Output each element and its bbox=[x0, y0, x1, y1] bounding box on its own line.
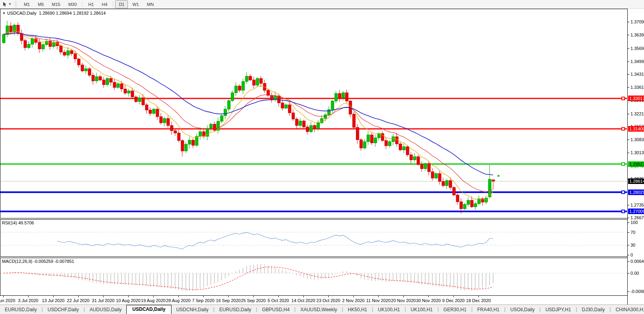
date-tick bbox=[178, 296, 179, 297]
macd-pane[interactable]: MACD(12,26,9) -0.005259 -0.007851 bbox=[0, 258, 627, 296]
date-tick bbox=[78, 296, 79, 297]
date-tick bbox=[353, 296, 354, 297]
price-tick-label: 1.32210 bbox=[631, 111, 644, 116]
tab-usdcnh-daily[interactable]: USDCNH,Daily bbox=[172, 306, 213, 314]
candlestick-canvas bbox=[0, 9, 627, 218]
price-tick-label: 1.30130 bbox=[631, 150, 644, 155]
tab-xauusd-weekly[interactable]: XAUUSD,Weekly bbox=[295, 306, 341, 314]
date-label: 18 Dec 2020 bbox=[466, 298, 491, 303]
date-tick bbox=[203, 296, 204, 297]
macd-canvas bbox=[0, 258, 627, 295]
date-tick bbox=[453, 296, 454, 297]
axis-tick bbox=[628, 245, 629, 245]
price-tick-label: 1.35690 bbox=[631, 46, 644, 51]
tab-eurusd-daily[interactable]: EURUSD,Daily bbox=[0, 306, 42, 314]
tab-usoil-daily[interactable]: USOil,Daily bbox=[505, 306, 539, 314]
axis-tick bbox=[628, 222, 629, 223]
tab-usdchf-daily[interactable]: USDCHF,Daily bbox=[43, 306, 84, 314]
date-tick bbox=[428, 296, 429, 297]
tab-fra40-h1[interactable]: FRA40,H1 bbox=[472, 306, 504, 314]
axis-tick bbox=[628, 273, 629, 274]
rsi-pane[interactable]: RSI(14) 49.5706 bbox=[0, 219, 627, 257]
tab-gbpusd-h4[interactable]: GBPUSD,H4 bbox=[257, 306, 294, 314]
price-tick-label: 1.33610 bbox=[631, 85, 644, 90]
hline-price-label: 1.29527 bbox=[628, 161, 644, 167]
toolbar-separator bbox=[82, 1, 83, 8]
chart-ohlc-values: 1.28690 1.28694 1.28192 1.28614 bbox=[39, 11, 106, 15]
date-tick bbox=[328, 296, 329, 297]
timeframe-button-w1[interactable]: W1 bbox=[129, 0, 143, 8]
rsi-tick-label: 30 bbox=[631, 243, 635, 247]
time-axis[interactable]: 24 Jun 20203 Jul 202013 Jul 202022 Jul 2… bbox=[0, 296, 627, 304]
hline-price-label: 1.27009 bbox=[628, 209, 644, 214]
date-label: 23 Oct 2020 bbox=[316, 298, 340, 303]
current-price-label: 1.28614 bbox=[628, 178, 644, 184]
axis-tick bbox=[628, 74, 629, 75]
axis-tick bbox=[628, 87, 629, 88]
axis-tick bbox=[628, 61, 629, 62]
date-label: 10 Aug 2020 bbox=[116, 298, 141, 303]
timeframe-button-m30[interactable]: M30 bbox=[65, 0, 80, 8]
date-label: 19 Aug 2020 bbox=[141, 298, 166, 303]
tab-hk50-h1[interactable]: HK50,H1 bbox=[343, 306, 372, 314]
timeframe-button-m5[interactable]: M5 bbox=[34, 0, 47, 8]
axis-tick bbox=[628, 35, 629, 35]
tab-ger30-h1[interactable]: GER30,H1 bbox=[439, 306, 471, 314]
tab-usdjpy-h1[interactable]: USDJPY,H1 bbox=[541, 306, 576, 314]
mid-ema-line bbox=[4, 33, 493, 192]
timeframe-button-h4[interactable]: H4 bbox=[98, 0, 111, 8]
price-axis[interactable]: 1.370901.363901.356901.349901.343101.336… bbox=[627, 9, 644, 304]
cursor-tool-icon[interactable] bbox=[2, 1, 8, 8]
tab-audusd-daily[interactable]: AUDUSD,Daily bbox=[85, 306, 127, 314]
date-label: 16 Sep 2020 bbox=[216, 298, 241, 303]
toolbar-separator bbox=[113, 1, 113, 8]
axis-tick bbox=[628, 232, 629, 233]
price-tick-label: 1.34990 bbox=[631, 59, 644, 64]
timeframe-button-m1[interactable]: M1 bbox=[20, 0, 33, 8]
date-label: 5 Oct 2020 bbox=[268, 298, 289, 303]
date-tick bbox=[378, 296, 379, 297]
timeframe-button-m15[interactable]: M15 bbox=[48, 0, 64, 8]
toolbar-grip[interactable] bbox=[15, 1, 17, 8]
axis-tick bbox=[628, 22, 629, 22]
date-tick bbox=[403, 296, 404, 297]
rsi-canvas bbox=[0, 220, 627, 257]
tab-dj30-daily[interactable]: DJ30,Daily bbox=[577, 306, 609, 314]
date-tick bbox=[253, 296, 254, 297]
tab-eurusd-daily[interactable]: EURUSD,Daily bbox=[214, 306, 256, 314]
date-label: 3 Jul 2020 bbox=[18, 298, 39, 303]
cursor-tool-dropdown-icon[interactable]: ▼ bbox=[8, 2, 12, 6]
hline-price-label: 1.28029 bbox=[628, 190, 644, 195]
macd-tick-label: -0.009871 bbox=[631, 289, 644, 294]
tab-uk100-h1[interactable]: UK100,H1 bbox=[373, 306, 405, 314]
hline-price-label: 1.33017 bbox=[628, 96, 644, 101]
price-tick-label: 1.37090 bbox=[631, 19, 644, 24]
date-tick bbox=[128, 296, 129, 297]
date-label: 30 Nov 2020 bbox=[416, 298, 441, 303]
macd-label: MACD(12,26,9) -0.005259 -0.007851 bbox=[2, 259, 74, 264]
date-label: 9 Dec 2020 bbox=[442, 298, 465, 303]
rsi-tick-label: 0 bbox=[631, 253, 633, 257]
price-tick-label: 1.34310 bbox=[631, 72, 644, 77]
axis-tick bbox=[628, 48, 629, 49]
price-marker-dot bbox=[497, 175, 499, 177]
rsi-tick-label: 100 bbox=[631, 220, 638, 225]
axis-tick bbox=[628, 205, 629, 205]
date-tick bbox=[103, 296, 104, 297]
tab-china300-h1[interactable]: CHINA300,H1 bbox=[611, 306, 644, 314]
chart-title: ▼USDCAD,Daily 1.28690 1.28694 1.28192 1.… bbox=[2, 11, 106, 15]
chart-symbol-label: USDCAD,Daily bbox=[7, 11, 37, 15]
price-tick-label: 1.26670 bbox=[631, 215, 644, 220]
price-tick-label: 1.30830 bbox=[631, 137, 644, 142]
tab-usdcad-daily[interactable]: USDCAD,Daily bbox=[126, 305, 171, 314]
price-pane[interactable]: ▼USDCAD,Daily 1.28690 1.28694 1.28192 1.… bbox=[0, 9, 627, 218]
date-tick bbox=[53, 296, 54, 297]
chart-dropdown-icon[interactable]: ▼ bbox=[2, 11, 6, 15]
timeframe-button-h1[interactable]: H1 bbox=[85, 0, 97, 8]
timeframe-button-mn[interactable]: MN bbox=[143, 0, 157, 8]
axis-tick bbox=[628, 218, 629, 218]
tab-uk100-h1[interactable]: UK100,H1 bbox=[406, 306, 437, 314]
timeframe-button-d1[interactable]: D1 bbox=[115, 0, 128, 8]
rsi-label: RSI(14) 49.5706 bbox=[2, 220, 34, 225]
date-label: 2 Nov 2020 bbox=[342, 298, 364, 303]
